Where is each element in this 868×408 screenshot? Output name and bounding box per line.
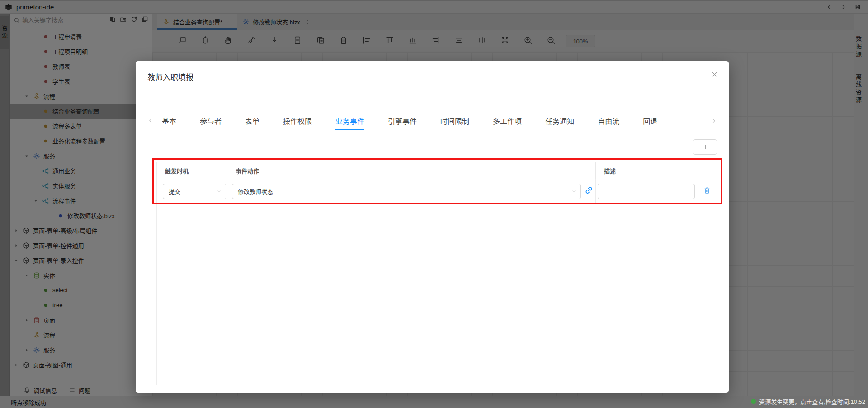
link-icon (585, 186, 593, 195)
table-body: 提交修改教师状态 (157, 179, 717, 204)
chevron-down-icon (217, 189, 222, 194)
table-header-row: 触发时机事件动作描述 (157, 162, 717, 179)
action-select-value: 修改教师状态 (238, 187, 273, 195)
column-header: 描述 (596, 162, 697, 179)
dialog-tab[interactable]: 任务通知 (545, 112, 574, 130)
dialog-tab[interactable]: 基本 (162, 112, 176, 130)
dialog-tab[interactable]: 业务事件 (335, 112, 364, 130)
tabs-scroll-right-icon[interactable] (711, 118, 717, 124)
description-input[interactable] (598, 184, 695, 199)
trigger-select[interactable]: 提交 (163, 184, 226, 199)
delete-row-button[interactable] (703, 187, 711, 196)
close-icon[interactable] (711, 71, 718, 78)
dialog-tab[interactable]: 回退 (643, 112, 657, 130)
chevron-down-icon (571, 189, 576, 194)
trigger-select-value: 提交 (169, 187, 180, 195)
dialog-tab[interactable]: 时间限制 (440, 112, 469, 130)
dialog-tab-bar: 基本参与者表单操作权限业务事件引擎事件时间限制多工作项任务通知自由流回退 (136, 112, 729, 130)
close-icon[interactable] (711, 71, 718, 78)
row-actions-cell (697, 179, 717, 203)
action-cell: 修改教师状态 (227, 179, 596, 203)
add-row-button[interactable] (693, 139, 717, 155)
resource-change-text: 资源发生变更，点击查看,检查时间:10:52 (759, 397, 865, 406)
plus-icon (702, 144, 708, 150)
business-events-table: 触发时机事件动作描述 提交修改教师状态 (156, 162, 717, 385)
action-select[interactable]: 修改教师状态 (232, 184, 581, 199)
dialog-tab[interactable]: 引擎事件 (388, 112, 417, 130)
table-row: 提交修改教师状态 (157, 179, 717, 204)
teacher-onboarding-dialog: 教师入职填报 基本参与者表单操作权限业务事件引擎事件时间限制多工作项任务通知自由… (136, 61, 729, 393)
column-header: 触发时机 (157, 162, 227, 179)
resource-change-notice[interactable]: 资源发生变更，点击查看,检查时间:10:52 (751, 397, 865, 406)
dialog-tab[interactable]: 参与者 (200, 112, 222, 130)
open-link-button[interactable] (585, 186, 593, 196)
dialog-tab[interactable]: 多工作项 (493, 112, 522, 130)
trash-icon (703, 187, 711, 194)
dialog-tab[interactable]: 自由流 (598, 112, 619, 130)
dialog-tab[interactable]: 表单 (245, 112, 259, 130)
dialog-title: 教师入职填报 (147, 71, 193, 82)
dialog-tab[interactable]: 操作权限 (283, 112, 312, 130)
description-cell (596, 179, 697, 203)
column-header-actions (697, 162, 717, 179)
status-green-dot (751, 399, 756, 404)
tabs-scroll-left-icon[interactable] (147, 118, 154, 124)
trigger-cell: 提交 (157, 179, 227, 203)
column-header: 事件动作 (227, 162, 596, 179)
